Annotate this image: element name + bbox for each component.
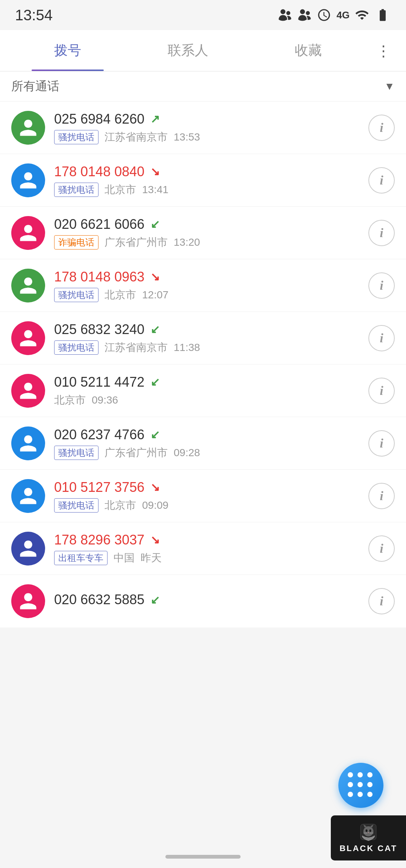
- call-info: 178 0148 0963 ↘ 骚扰电话 北京市 12:07: [54, 269, 368, 302]
- call-number-row: 178 0148 0840 ↘: [54, 164, 368, 180]
- call-time: 13:41: [142, 184, 168, 196]
- signal-icon: [355, 8, 369, 22]
- call-direction-icon: ↘: [150, 481, 160, 494]
- call-info-button[interactable]: i: [368, 167, 395, 194]
- call-item[interactable]: 178 0148 0963 ↘ 骚扰电话 北京市 12:07 i: [0, 259, 406, 312]
- call-direction-icon: ↙: [150, 593, 160, 606]
- call-info: 178 0148 0840 ↘ 骚扰电话 北京市 13:41: [54, 164, 368, 197]
- call-meta-row: 骚扰电话 北京市 13:41: [54, 183, 368, 197]
- call-number: 025 6984 6260: [54, 111, 144, 127]
- call-tag: 骚扰电话: [54, 288, 98, 302]
- call-meta-row: 骚扰电话 北京市 12:07: [54, 288, 368, 302]
- call-direction-icon: ↘: [150, 533, 160, 546]
- call-location: 广东省广州市: [105, 446, 168, 460]
- call-meta-row: 北京市 09:36: [54, 393, 368, 407]
- call-info-button[interactable]: i: [368, 430, 395, 457]
- call-location: 北京市: [54, 393, 86, 407]
- call-item[interactable]: 020 6237 4766 ↙ 骚扰电话 广东省广州市 09:28 i: [0, 417, 406, 470]
- dialpad-fab[interactable]: [338, 763, 383, 808]
- call-location: 江苏省南京市: [105, 340, 168, 355]
- call-avatar: [11, 532, 45, 566]
- call-number: 178 0148 0840: [54, 164, 144, 180]
- call-info: 020 6237 4766 ↙ 骚扰电话 广东省广州市 09:28: [54, 427, 368, 460]
- call-direction-icon: ↘: [150, 165, 160, 178]
- filter-row[interactable]: 所有通话 ▼: [0, 71, 406, 101]
- call-info-button[interactable]: i: [368, 483, 395, 509]
- call-item[interactable]: 178 0148 0840 ↘ 骚扰电话 北京市 13:41 i: [0, 154, 406, 207]
- call-number: 010 5211 4472: [54, 374, 144, 390]
- pet-icon: [278, 8, 292, 22]
- call-avatar: [11, 163, 45, 197]
- call-time: 09:28: [174, 447, 200, 459]
- tab-contacts[interactable]: 联系人: [128, 30, 248, 71]
- tab-bar: 拨号 联系人 收藏 ⋮: [0, 30, 406, 71]
- call-time: 13:53: [174, 131, 200, 143]
- call-info-button[interactable]: i: [368, 115, 395, 141]
- call-info-button[interactable]: i: [368, 220, 395, 246]
- call-meta-row: 骚扰电话 江苏省南京市 11:38: [54, 340, 368, 355]
- call-number-row: 025 6984 6260 ↗: [54, 111, 368, 127]
- call-direction-icon: ↘: [150, 270, 160, 283]
- call-number: 178 8296 3037: [54, 532, 144, 548]
- call-number-row: 178 0148 0963 ↘: [54, 269, 368, 285]
- call-list: 025 6984 6260 ↗ 骚扰电话 江苏省南京市 13:53 i 178 …: [0, 101, 406, 628]
- call-item[interactable]: 020 6621 6066 ↙ 诈骗电话 广东省广州市 13:20 i: [0, 207, 406, 259]
- black-cat-watermark: BLACK CAT: [331, 815, 406, 860]
- call-number-row: 010 5127 3756 ↘: [54, 479, 368, 495]
- tab-dial[interactable]: 拨号: [8, 30, 128, 71]
- call-time: 09:36: [92, 394, 118, 406]
- call-item[interactable]: 025 6832 3240 ↙ 骚扰电话 江苏省南京市 11:38 i: [0, 312, 406, 364]
- call-info: 010 5211 4472 ↙ 北京市 09:36: [54, 374, 368, 407]
- call-info-button[interactable]: i: [368, 272, 395, 299]
- call-number-row: 178 8296 3037 ↘: [54, 532, 368, 548]
- 4g-icon: 4G: [336, 9, 350, 21]
- call-avatar: [11, 426, 45, 460]
- call-item[interactable]: 178 8296 3037 ↘ 出租车专车 中国 昨天 i: [0, 522, 406, 575]
- filter-arrow: ▼: [384, 80, 395, 92]
- call-time: 13:20: [174, 236, 200, 248]
- call-location: 北京市: [105, 288, 136, 302]
- call-number: 025 6832 3240: [54, 322, 144, 337]
- call-info-button[interactable]: i: [368, 588, 395, 614]
- call-number-row: 025 6832 3240 ↙: [54, 322, 368, 337]
- status-icons: 4G: [278, 8, 391, 22]
- call-item[interactable]: 020 6632 5885 ↙ i: [0, 575, 406, 628]
- call-avatar: [11, 584, 45, 618]
- pet2-icon: [297, 8, 312, 22]
- call-item[interactable]: 010 5211 4472 ↙ 北京市 09:36 i: [0, 364, 406, 417]
- more-menu-button[interactable]: ⋮: [368, 42, 398, 59]
- call-info-button[interactable]: i: [368, 378, 395, 404]
- svg-point-4: [366, 829, 368, 832]
- black-cat-label: BLACK CAT: [339, 844, 397, 853]
- call-meta-row: 出租车专车 中国 昨天: [54, 551, 368, 565]
- call-info-button[interactable]: i: [368, 325, 395, 351]
- call-direction-icon: ↙: [150, 428, 160, 441]
- call-location: 北京市: [105, 183, 136, 197]
- call-item[interactable]: 010 5127 3756 ↘ 骚扰电话 北京市 09:09 i: [0, 470, 406, 522]
- call-item[interactable]: 025 6984 6260 ↗ 骚扰电话 江苏省南京市 13:53 i: [0, 101, 406, 154]
- call-info-button[interactable]: i: [368, 535, 395, 562]
- alarm-icon: [317, 8, 331, 22]
- call-location: 中国: [114, 551, 135, 565]
- call-direction-icon: ↙: [150, 375, 160, 389]
- call-direction-icon: ↙: [150, 323, 160, 336]
- call-tag: 骚扰电话: [54, 498, 98, 513]
- tab-favorites[interactable]: 收藏: [248, 30, 368, 71]
- call-location: 江苏省南京市: [105, 130, 168, 144]
- call-avatar: [11, 111, 45, 145]
- call-meta-row: 骚扰电话 北京市 09:09: [54, 498, 368, 513]
- svg-point-1: [364, 826, 374, 836]
- call-avatar: [11, 269, 45, 302]
- dialpad-icon: [348, 772, 374, 798]
- call-number: 020 6237 4766: [54, 427, 144, 443]
- call-time: 昨天: [141, 551, 162, 565]
- call-meta-row: 骚扰电话 广东省广州市 09:28: [54, 446, 368, 460]
- call-info: 020 6621 6066 ↙ 诈骗电话 广东省广州市 13:20: [54, 216, 368, 250]
- call-tag: 骚扰电话: [54, 340, 98, 355]
- status-bar: 13:54 4G: [0, 0, 406, 30]
- call-info: 010 5127 3756 ↘ 骚扰电话 北京市 09:09: [54, 479, 368, 513]
- call-meta-row: 骚扰电话 江苏省南京市 13:53: [54, 130, 368, 144]
- call-avatar: [11, 374, 45, 408]
- filter-label: 所有通话: [11, 78, 59, 95]
- battery-icon: [374, 8, 391, 22]
